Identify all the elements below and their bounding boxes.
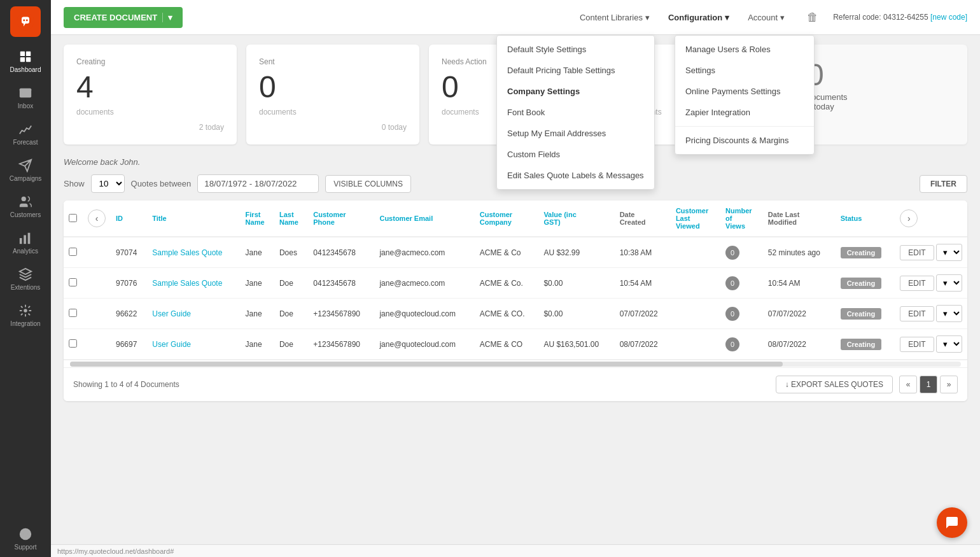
row-spacer-1 (83, 268, 111, 299)
edit-button-0[interactable]: EDIT (900, 245, 934, 260)
row-checkbox-2[interactable] (69, 309, 77, 317)
col-company[interactable]: CustomerCompany (475, 201, 539, 237)
row-status-2: Creating (836, 299, 895, 329)
show-select[interactable]: 10 25 50 (91, 174, 125, 193)
edit-button-2[interactable]: EDIT (900, 306, 934, 321)
account-item-zapier[interactable]: Zapier Integration (675, 102, 814, 123)
horizontal-scrollbar[interactable] (64, 360, 967, 367)
config-item-company-settings[interactable]: Company Settings (497, 81, 654, 102)
topbar-account[interactable]: Account ▾ (740, 8, 792, 27)
visible-columns-button[interactable]: VISIBLE COLUMNS (325, 175, 411, 193)
row-title-0[interactable]: Sample Sales Quote (147, 237, 240, 268)
stat-sent-today: 0 today (259, 123, 407, 132)
new-code-link[interactable]: [new code] (930, 13, 967, 22)
account-item-manage-users[interactable]: Manage Users & Roles (675, 39, 814, 60)
col-title[interactable]: Title (147, 201, 240, 237)
sidebar-item-dashboard[interactable]: Dashboard (0, 43, 51, 80)
app-logo[interactable] (10, 6, 41, 37)
filter-button[interactable]: FILTER (920, 175, 967, 193)
create-document-button[interactable]: CREATE DOCUMENT ▾ (64, 7, 183, 28)
svg-point-12 (20, 528, 31, 540)
stat-card-sent[interactable]: Sent 0 documents 0 today (246, 45, 419, 145)
col-last-name[interactable]: LastName (274, 201, 308, 237)
config-item-sales-quote-labels[interactable]: Edit Sales Quote Labels & Messages (497, 165, 654, 186)
row-phone-0: 0412345678 (308, 237, 374, 268)
col-status[interactable]: Status (836, 201, 895, 237)
stat-card-creating[interactable]: Creating 4 documents 2 today (64, 45, 237, 145)
sidebar-item-customers[interactable]: Customers (0, 188, 51, 225)
account-item-pricing-discounts[interactable]: Pricing Discounts & Margins (675, 130, 814, 151)
col-last-viewed[interactable]: CustomerLastViewed (671, 201, 720, 237)
select-all-header[interactable] (64, 201, 83, 237)
page-next-button[interactable]: » (940, 376, 958, 393)
row-checkbox-cell[interactable] (64, 268, 83, 299)
sidebar-item-extensions[interactable]: Extentions (0, 261, 51, 297)
edit-dropdown-1[interactable]: ▾ (936, 274, 962, 292)
sidebar-item-campaigns[interactable]: Campaigns (0, 152, 51, 188)
create-document-label: CREATE DOCUMENT (74, 13, 157, 22)
svg-point-1 (23, 19, 25, 21)
create-dropdown-arrow[interactable]: ▾ (162, 13, 172, 22)
col-value[interactable]: Value (incGST) (538, 201, 614, 237)
sidebar-item-campaigns-label: Campaigns (10, 175, 42, 182)
row-title-2[interactable]: User Guide (147, 299, 240, 329)
topbar-configuration[interactable]: Configuration ▾ (661, 8, 737, 27)
row-checkbox-cell[interactable] (64, 329, 83, 360)
row-checkbox-3[interactable] (69, 339, 77, 348)
status-bar-url: https://my.quotecloud.net/dashboard# (57, 547, 174, 555)
row-checkbox-cell[interactable] (64, 237, 83, 268)
sidebar-item-inbox[interactable]: Inbox (0, 80, 51, 116)
config-item-email-addresses[interactable]: Setup My Email Addresses (497, 123, 654, 144)
chat-button[interactable] (937, 507, 967, 538)
col-date-created[interactable]: DateCreated (615, 201, 671, 237)
col-views[interactable]: NumberofViews (720, 201, 763, 237)
stat-sent-sub: documents (259, 108, 407, 116)
edit-button-3[interactable]: EDIT (900, 337, 934, 352)
col-date-modified[interactable]: Date LastModified (763, 201, 836, 237)
date-range-input[interactable] (197, 174, 319, 193)
row-email-3: jane@quotecloud.com (374, 329, 474, 360)
topbar-content-libraries[interactable]: Content Libraries ▾ (572, 8, 657, 27)
sidebar-item-forecast[interactable]: Forecast (0, 116, 51, 152)
config-item-custom-fields[interactable]: Custom Fields (497, 144, 654, 165)
config-item-default-style[interactable]: Default Style Settings (497, 39, 654, 60)
svg-point-2 (26, 19, 28, 21)
col-phone[interactable]: CustomerPhone (308, 201, 374, 237)
config-item-font-book[interactable]: Font Book (497, 102, 654, 123)
sidebar-item-integration[interactable]: Integration (0, 297, 51, 334)
sidebar-item-customers-label: Customers (10, 211, 41, 218)
row-id-2: 96622 (111, 299, 147, 329)
table-row: 97076 Sample Sales Quote Jane Doe 041234… (64, 268, 967, 299)
col-id[interactable]: ID (111, 201, 147, 237)
table-nav-next-button[interactable]: › (900, 209, 918, 227)
row-title-3[interactable]: User Guide (147, 329, 240, 360)
sidebar-item-support[interactable]: Support (11, 521, 39, 557)
edit-button-1[interactable]: EDIT (900, 276, 934, 291)
row-last-viewed-1 (671, 268, 720, 299)
config-item-default-pricing[interactable]: Default Pricing Table Settings (497, 60, 654, 81)
row-email-2: jane@quotecloud.com (374, 299, 474, 329)
edit-dropdown-3[interactable]: ▾ (936, 335, 962, 353)
pagination: « 1 » (899, 376, 958, 393)
row-checkbox-0[interactable] (69, 248, 77, 256)
page-1-button[interactable]: 1 (920, 376, 937, 393)
row-checkbox-1[interactable] (69, 278, 77, 286)
row-date-modified-2: 07/07/2022 (763, 299, 836, 329)
col-email[interactable]: Customer Email (374, 201, 474, 237)
row-status-3: Creating (836, 329, 895, 360)
configuration-dropdown: Default Style Settings Default Pricing T… (496, 35, 655, 190)
account-item-settings[interactable]: Settings (675, 60, 814, 81)
sidebar-item-analytics[interactable]: Analytics (0, 225, 51, 261)
edit-dropdown-0[interactable]: ▾ (936, 244, 962, 261)
row-title-1[interactable]: Sample Sales Quote (147, 268, 240, 299)
row-checkbox-cell[interactable] (64, 299, 83, 329)
select-all-checkbox[interactable] (69, 214, 77, 222)
col-first-name[interactable]: FirstName (241, 201, 274, 237)
stat-card-partial[interactable]: 0 documents 0 today (794, 45, 967, 145)
table-nav-prev-button[interactable]: ‹ (88, 209, 106, 227)
edit-dropdown-2[interactable]: ▾ (936, 305, 962, 322)
account-item-online-payments[interactable]: Online Payments Settings (675, 81, 814, 102)
export-button[interactable]: ↓ EXPORT SALES QUOTES (776, 376, 893, 393)
trash-icon[interactable]: 🗑 (802, 6, 823, 29)
page-first-button[interactable]: « (899, 376, 917, 393)
